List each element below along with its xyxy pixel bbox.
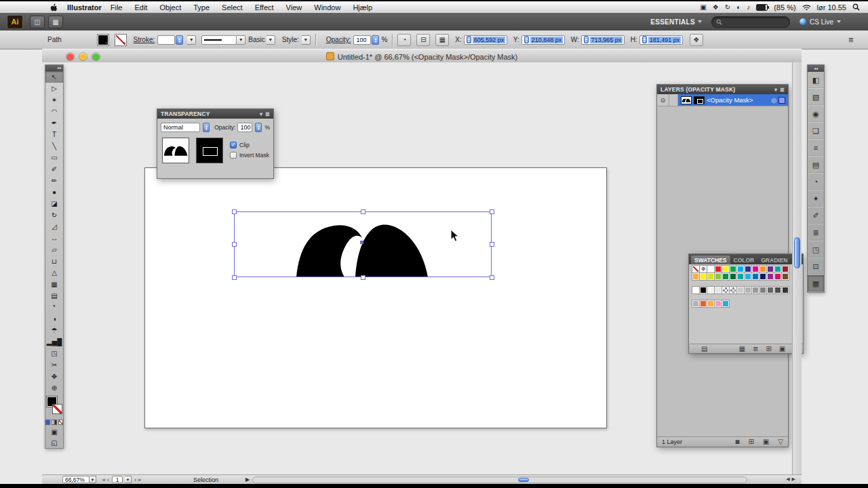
document-titlebar[interactable]: Untitled-1* @ 66,67% (<Opacity Mask>/Opa… bbox=[42, 49, 802, 64]
gradient-mode-button[interactable] bbox=[52, 420, 56, 425]
dock-layers-icon[interactable]: ≣ bbox=[808, 224, 824, 241]
layers-panel-header[interactable]: LAYERS (OPACITY MASK) bbox=[657, 85, 788, 94]
stroke-weight-field[interactable] bbox=[157, 35, 175, 45]
swatch[interactable] bbox=[745, 266, 751, 272]
dock-brushes-icon[interactable]: ✐ bbox=[808, 207, 824, 224]
swatch-none[interactable] bbox=[692, 266, 699, 272]
height-field[interactable]: 181,491 px bbox=[639, 35, 683, 45]
zoom-tool[interactable]: ⊕ bbox=[45, 382, 63, 394]
swatch[interactable] bbox=[760, 273, 766, 280]
hand-tool[interactable]: ✥ bbox=[45, 371, 63, 382]
artboard-number-field[interactable]: 1 bbox=[112, 476, 123, 483]
volume-menu-icon[interactable]: ♪ bbox=[747, 3, 750, 11]
show-swatch-kinds-button[interactable]: ▦ bbox=[739, 346, 745, 352]
selection-handle-ne[interactable] bbox=[490, 209, 494, 214]
eraser-tool[interactable]: ◪ bbox=[45, 198, 63, 209]
swatch[interactable] bbox=[730, 266, 736, 272]
graphic-style-dropdown[interactable] bbox=[302, 35, 311, 45]
eyedropper-tool[interactable]: ❜ bbox=[45, 302, 63, 313]
menu-effect[interactable]: Effect bbox=[249, 3, 280, 12]
rotate-tool[interactable]: ↻ bbox=[45, 209, 63, 221]
selection-handle-n[interactable] bbox=[361, 209, 366, 214]
dock-color-icon[interactable]: ◧ bbox=[808, 72, 824, 89]
battery-percentage[interactable]: (85 %) bbox=[774, 3, 795, 12]
menu-view[interactable]: View bbox=[280, 3, 309, 12]
target-circle-icon[interactable] bbox=[771, 97, 776, 104]
stroke-indicator[interactable] bbox=[52, 404, 62, 414]
swatch[interactable] bbox=[767, 287, 774, 293]
transform-reference-button[interactable]: ❖ bbox=[690, 34, 703, 46]
transparency-panel-header[interactable]: TRANSPARENCY bbox=[157, 109, 273, 119]
brush-definition-arrow[interactable] bbox=[267, 35, 275, 45]
go-to-bridge-button[interactable]: ◫ bbox=[30, 16, 45, 28]
menu-file[interactable]: File bbox=[104, 3, 129, 12]
swatch[interactable] bbox=[737, 266, 744, 272]
status-menu-arrow[interactable]: ▶ bbox=[245, 476, 250, 483]
new-color-group-button[interactable]: ⊞ bbox=[766, 346, 771, 352]
vertical-scrollbar[interactable] bbox=[792, 62, 802, 474]
width-field[interactable]: 713,965 px bbox=[581, 35, 625, 45]
arrange-documents-button[interactable]: ▦ bbox=[48, 16, 63, 28]
swatch[interactable] bbox=[722, 266, 729, 272]
spaces-menu-icon[interactable]: ❖ bbox=[713, 3, 719, 11]
swatch[interactable] bbox=[752, 287, 759, 293]
swatch-options-button[interactable]: ≣ bbox=[753, 346, 758, 352]
type-tool[interactable]: T bbox=[45, 129, 63, 140]
dock-transparency-icon[interactable]: ◔ bbox=[808, 174, 824, 190]
swatch[interactable] bbox=[737, 273, 744, 280]
rectangle-tool[interactable]: ▭ bbox=[45, 152, 63, 163]
mesh-tool[interactable]: ▦ bbox=[45, 279, 63, 290]
swatch[interactable] bbox=[782, 287, 789, 293]
invert-mask-checkbox[interactable] bbox=[230, 152, 237, 159]
selection-handle-nw[interactable] bbox=[232, 209, 237, 214]
swatch[interactable] bbox=[737, 287, 744, 293]
swatch[interactable] bbox=[715, 287, 722, 293]
column-graph-tool[interactable]: ▂▅█ bbox=[45, 336, 63, 348]
menu-select[interactable]: Select bbox=[216, 3, 249, 12]
swatch[interactable] bbox=[722, 273, 729, 280]
swatch[interactable] bbox=[707, 300, 714, 307]
opacity-mask-thumbnail[interactable] bbox=[196, 138, 223, 163]
variable-width-profile-dropdown[interactable] bbox=[187, 35, 196, 45]
control-panel-menu-icon[interactable]: ≣ bbox=[845, 35, 857, 45]
blob-brush-tool[interactable]: ● bbox=[45, 186, 63, 198]
y-stepper[interactable] bbox=[524, 36, 529, 43]
swatch[interactable] bbox=[707, 273, 714, 280]
swatch[interactable] bbox=[700, 273, 707, 280]
opacity-field[interactable]: 100 bbox=[353, 35, 371, 45]
zoom-level-field[interactable]: 66,67% bbox=[62, 476, 90, 483]
dock-color-guide-icon[interactable]: ▧ bbox=[808, 89, 824, 106]
opacity-stepper[interactable] bbox=[372, 35, 379, 45]
keyboard-menu-icon[interactable]: ◐ bbox=[736, 3, 741, 11]
zoom-dropdown-icon[interactable] bbox=[90, 476, 96, 483]
blend-tool[interactable]: ◑ bbox=[45, 313, 63, 325]
swatch[interactable] bbox=[745, 273, 751, 280]
brush-definition-field[interactable] bbox=[201, 35, 237, 45]
panel-menu-icon[interactable] bbox=[780, 87, 785, 93]
swatch[interactable] bbox=[722, 300, 729, 307]
dock-gradient-icon[interactable]: ▤ bbox=[808, 157, 824, 174]
lasso-tool[interactable]: ◠ bbox=[45, 106, 63, 117]
horizontal-scrollbar-thumb[interactable] bbox=[518, 478, 529, 482]
swatch[interactable] bbox=[715, 300, 722, 307]
artwork-thumbnail[interactable] bbox=[162, 138, 189, 163]
dock-graphic-styles-icon[interactable]: ❏ bbox=[808, 123, 824, 140]
scale-tool[interactable]: ◿ bbox=[45, 221, 63, 232]
selection-tool[interactable]: ↖ bbox=[45, 71, 63, 83]
selection-bounding-box[interactable] bbox=[234, 211, 492, 277]
dock-appearance-icon[interactable]: ◉ bbox=[808, 106, 824, 123]
stroke-weight-stepper[interactable] bbox=[176, 35, 183, 45]
menu-type[interactable]: Type bbox=[187, 3, 216, 12]
dock-links-icon[interactable]: ⊡ bbox=[808, 258, 824, 275]
perspective-grid-tool[interactable]: △ bbox=[45, 267, 63, 279]
fill-color-well[interactable] bbox=[97, 34, 109, 46]
dock-swatches-icon[interactable]: ▦ bbox=[808, 275, 824, 292]
selection-handle-e[interactable] bbox=[490, 242, 494, 247]
swatch[interactable] bbox=[782, 273, 789, 280]
swatch[interactable] bbox=[707, 266, 714, 272]
swatch[interactable] bbox=[774, 287, 781, 293]
h-stepper[interactable] bbox=[642, 36, 647, 43]
selection-handle-w[interactable] bbox=[232, 242, 237, 247]
mask-thumbnail[interactable] bbox=[694, 96, 705, 104]
last-artboard-button[interactable]: » bbox=[137, 476, 142, 483]
